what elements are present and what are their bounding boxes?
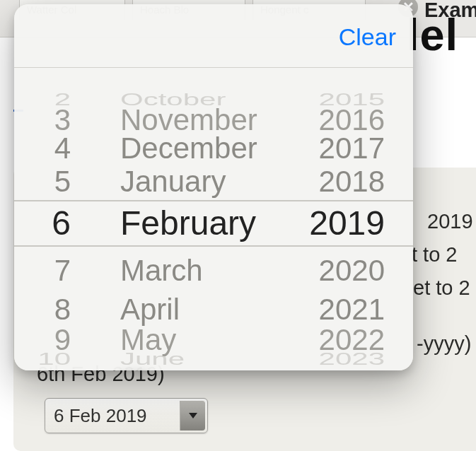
date-select[interactable]: 6 Feb 2019	[45, 398, 208, 433]
day-wheel[interactable]: 2 3 4 5 6 7 8 9 10	[32, 74, 110, 370]
year-option[interactable]: 2018	[291, 167, 397, 197]
panel-text: et to 2	[413, 276, 470, 300]
date-picker-popover: Clear 2 3 4 5 6 7 8 9 10 October Novembe…	[14, 4, 413, 370]
month-option[interactable]: January	[113, 167, 290, 197]
day-option[interactable]: 8	[32, 295, 110, 324]
panel-text: -yyyy)	[417, 332, 471, 356]
year-option[interactable]: 2023	[291, 351, 397, 367]
chevron-down-icon[interactable]	[180, 401, 205, 430]
day-option[interactable]: 5	[32, 167, 110, 197]
page-title: lel	[407, 9, 458, 60]
month-option[interactable]: November	[113, 105, 290, 135]
month-option[interactable]: April	[113, 295, 290, 324]
day-selected[interactable]: 6	[32, 206, 110, 240]
day-option[interactable]: 10	[32, 351, 110, 367]
day-option[interactable]: 4	[32, 134, 110, 163]
month-option[interactable]: March	[113, 256, 290, 286]
year-option[interactable]: 2021	[291, 295, 397, 324]
month-selected[interactable]: February	[113, 206, 290, 240]
picker-wheels: 2 3 4 5 6 7 8 9 10 October November Dece…	[14, 74, 413, 370]
date-select-value: 6 Feb 2019	[54, 405, 147, 427]
panel-text: 2019	[427, 210, 473, 233]
year-option[interactable]: 2020	[291, 256, 397, 286]
clear-button[interactable]: Clear	[339, 23, 396, 51]
day-option[interactable]: 7	[32, 256, 110, 286]
year-option[interactable]: 2017	[291, 134, 397, 163]
day-option[interactable]: 3	[32, 105, 110, 135]
month-option[interactable]: December	[113, 134, 290, 163]
month-wheel[interactable]: October November December January Februa…	[113, 74, 290, 370]
panel-text: t to 2	[412, 243, 458, 266]
year-wheel[interactable]: 2015 2016 2017 2018 2019 2020 2021 2022 …	[291, 74, 397, 370]
year-option[interactable]: 2016	[291, 105, 397, 135]
popover-header: Clear	[14, 4, 413, 68]
month-option[interactable]: June	[113, 351, 290, 367]
year-selected[interactable]: 2019	[291, 206, 397, 240]
